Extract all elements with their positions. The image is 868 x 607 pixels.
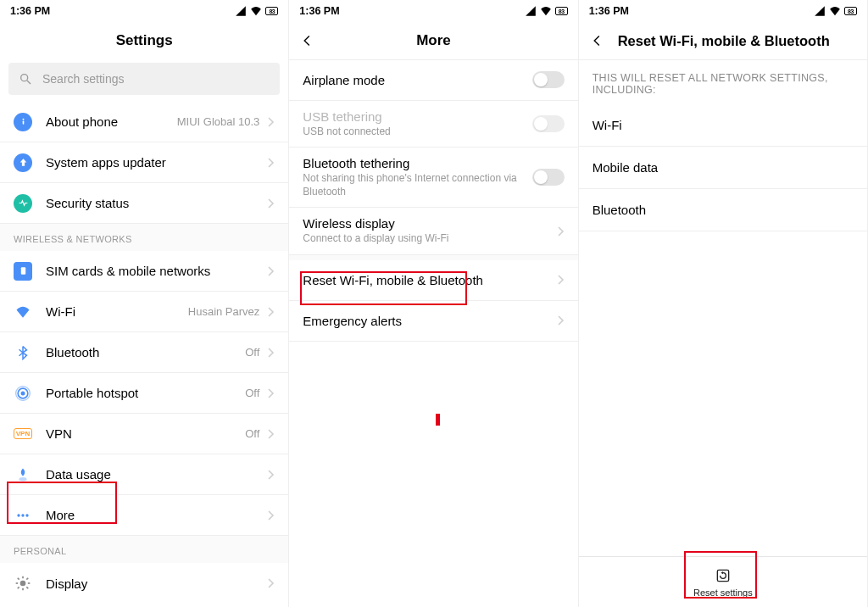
- row-data-usage[interactable]: Data usage: [0, 454, 288, 495]
- page-title: More: [328, 32, 538, 49]
- row-system-apps-updater[interactable]: System apps updater: [0, 142, 288, 183]
- status-icons: 83: [814, 5, 857, 17]
- toggle-bluetooth-tethering[interactable]: [532, 169, 565, 186]
- row-label: Data usage: [46, 467, 254, 482]
- signal-icon: [814, 5, 826, 17]
- row-label: Wi-Fi: [46, 304, 175, 319]
- status-icons: 83: [525, 5, 568, 17]
- row-subtitle: Not sharing this phone's Internet connec…: [303, 172, 518, 198]
- info-icon: [14, 113, 32, 131]
- bluetooth-icon: [14, 343, 32, 362]
- section-personal: PERSONAL: [0, 536, 288, 563]
- row-label: Bluetooth tethering: [303, 156, 518, 170]
- more-header: More: [289, 22, 577, 59]
- reset-network-screen: 1:36 PM 83 Reset Wi-Fi, mobile & Bluetoo…: [579, 0, 868, 607]
- sim-icon: [14, 262, 32, 281]
- chevron-right-icon: [558, 226, 565, 237]
- toggle-usb-tethering: [532, 115, 565, 132]
- reset-settings-button[interactable]: Reset settings: [579, 556, 867, 607]
- row-label: Security status: [46, 196, 254, 210]
- svg-line-17: [18, 578, 19, 580]
- arrow-up-icon: [14, 153, 32, 172]
- row-about-phone[interactable]: About phone MIUI Global 10.3: [0, 102, 288, 142]
- row-security-status[interactable]: Security status: [0, 183, 288, 224]
- chevron-right-icon: [558, 315, 565, 326]
- row-wireless-display[interactable]: Wireless displayConnect to a display usi…: [289, 208, 577, 255]
- row-label: Wireless display: [303, 216, 543, 231]
- row-display[interactable]: Display: [0, 563, 288, 604]
- row-sim-cards[interactable]: SIM cards & mobile networks: [0, 251, 288, 292]
- heartbeat-icon: [14, 194, 32, 213]
- chevron-right-icon: [268, 158, 275, 168]
- row-emergency-alerts[interactable]: Emergency alerts: [289, 301, 577, 342]
- wifi-icon: [540, 5, 552, 17]
- row-label: Bluetooth: [46, 345, 231, 359]
- chevron-left-icon: [301, 35, 313, 47]
- search-settings[interactable]: Search settings: [8, 63, 280, 95]
- signal-icon: [525, 5, 537, 17]
- svg-line-18: [26, 587, 28, 588]
- chevron-right-icon: [268, 348, 275, 358]
- back-button[interactable]: [591, 35, 606, 47]
- svg-rect-4: [20, 267, 25, 275]
- row-reset-network[interactable]: Reset Wi-Fi, mobile & Bluetooth: [289, 260, 577, 301]
- chevron-right-icon: [268, 578, 275, 588]
- settings-list[interactable]: About phone MIUI Global 10.3 System apps…: [0, 102, 288, 607]
- row-label: About phone: [46, 114, 164, 129]
- status-bar: 1:36 PM 83: [289, 0, 577, 22]
- signal-icon: [235, 5, 247, 17]
- row-usb-tethering: USB tetheringUSB not connected: [289, 101, 577, 148]
- chevron-right-icon: [268, 307, 275, 317]
- row-wifi[interactable]: Wi-Fi Husain Parvez: [0, 292, 288, 332]
- chevron-right-icon: [268, 117, 275, 127]
- wifi-icon: [250, 5, 262, 17]
- dots-icon: [14, 506, 32, 525]
- svg-point-8: [19, 477, 27, 482]
- chevron-right-icon: [268, 429, 275, 439]
- row-bluetooth[interactable]: Bluetooth Off: [0, 332, 288, 373]
- chevron-left-icon: [591, 35, 603, 47]
- chevron-right-icon: [268, 266, 275, 276]
- row-label: SIM cards & mobile networks: [46, 264, 254, 278]
- svg-rect-3: [22, 120, 24, 124]
- row-subtitle: Connect to a display using Wi-Fi: [303, 232, 543, 246]
- row-vpn[interactable]: VPN VPN Off: [0, 414, 288, 454]
- row-portable-hotspot[interactable]: Portable hotspot Off: [0, 373, 288, 414]
- reset-item-bluetooth: Bluetooth: [579, 189, 867, 231]
- row-value: Husain Parvez: [188, 305, 260, 318]
- status-bar: 1:36 PM 83: [0, 0, 288, 22]
- row-more[interactable]: More: [0, 495, 288, 536]
- status-time: 1:36 PM: [299, 5, 524, 17]
- row-value: Off: [245, 346, 259, 359]
- svg-line-19: [18, 587, 19, 588]
- toggle-airplane-mode[interactable]: [532, 71, 565, 88]
- row-label: Reset Wi-Fi, mobile & Bluetooth: [303, 273, 543, 287]
- chevron-right-icon: [268, 198, 275, 209]
- svg-point-2: [22, 119, 24, 120]
- wifi-icon: [829, 5, 841, 17]
- row-value: MIUI Global 10.3: [177, 115, 260, 128]
- row-value: Off: [245, 387, 259, 399]
- battery-icon: 83: [844, 7, 857, 15]
- row-label: Emergency alerts: [303, 314, 543, 328]
- row-label: VPN: [46, 426, 231, 441]
- reset-item-wifi: Wi-Fi: [579, 104, 867, 147]
- reset-settings-label: Reset settings: [693, 588, 753, 598]
- section-wireless-networks: WIRELESS & NETWORKS: [0, 224, 288, 251]
- row-airplane-mode[interactable]: Airplane mode: [289, 60, 577, 101]
- settings-header: Settings: [0, 22, 288, 59]
- row-label: More: [46, 508, 254, 522]
- chevron-right-icon: [268, 470, 275, 480]
- row-bluetooth-tethering[interactable]: Bluetooth tetheringNot sharing this phon…: [289, 148, 577, 208]
- svg-line-1: [27, 81, 31, 84]
- reset-header: Reset Wi-Fi, mobile & Bluetooth: [579, 22, 867, 59]
- back-button[interactable]: [301, 35, 316, 47]
- reset-icon: [715, 567, 732, 584]
- svg-point-12: [20, 581, 26, 587]
- chevron-right-icon: [268, 388, 275, 398]
- page-title: Settings: [116, 32, 173, 49]
- status-time: 1:36 PM: [10, 5, 235, 17]
- brightness-icon: [14, 574, 32, 593]
- row-label: Display: [46, 576, 254, 591]
- reset-item-mobile-data: Mobile data: [579, 147, 867, 189]
